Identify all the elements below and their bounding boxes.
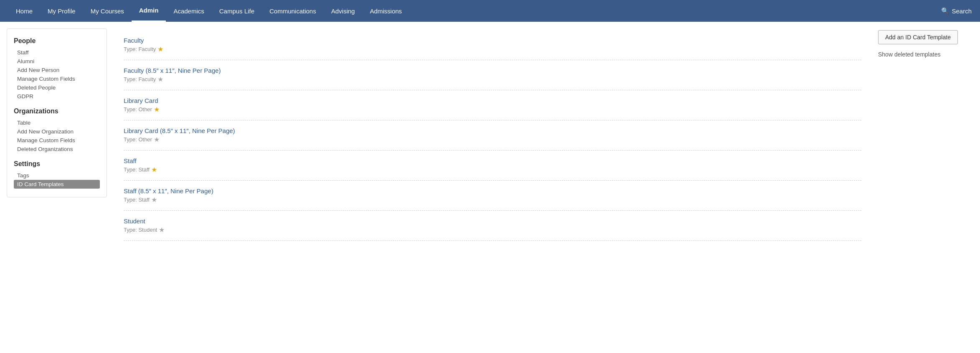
show-deleted-link[interactable]: Show deleted templates [878,51,970,58]
template-type: Type: Faculty★ [124,45,861,53]
main-container: People Staff Alumni Add New Person Manag… [0,22,980,353]
top-navigation: Home My Profile My Courses Admin Academi… [0,0,980,22]
nav-advising[interactable]: Advising [324,1,363,21]
star-icon[interactable]: ★ [154,136,160,143]
template-item: StaffType: Staff★ [124,151,861,181]
template-item: Faculty (8.5″ x 11″, Nine Per Page)Type:… [124,60,861,90]
sidebar-item-staff[interactable]: Staff [14,48,100,57]
sidebar-item-gdpr[interactable]: GDPR [14,92,100,101]
sidebar-item-manage-custom-fields-people[interactable]: Manage Custom Fields [14,74,100,83]
template-type: Type: Student★ [124,226,861,234]
template-name-link[interactable]: Student [124,217,861,225]
add-template-button[interactable]: Add an ID Card Template [878,30,958,44]
template-name-link[interactable]: Faculty [124,37,861,44]
template-type: Type: Faculty★ [124,75,861,83]
star-icon[interactable]: ★ [151,166,157,174]
nav-communications[interactable]: Communications [262,1,324,21]
template-type: Type: Staff★ [124,196,861,204]
nav-academics[interactable]: Academics [166,1,211,21]
nav-campus-life[interactable]: Campus Life [212,1,262,21]
template-type: Type: Staff★ [124,166,861,174]
template-name-link[interactable]: Faculty (8.5″ x 11″, Nine Per Page) [124,67,861,74]
template-item: FacultyType: Faculty★ [124,30,861,60]
template-item: Library Card (8.5″ x 11″, Nine Per Page)… [124,120,861,151]
template-type: Type: Other★ [124,136,861,143]
sidebar-item-id-card-templates[interactable]: ID Card Templates [14,180,100,189]
nav-my-courses[interactable]: My Courses [83,1,132,21]
right-panel: Add an ID Card Template Show deleted tem… [878,30,970,345]
sidebar-item-deleted-people[interactable]: Deleted People [14,83,100,92]
search-icon: 🔍 [941,7,949,15]
search-label: Search [952,8,972,15]
sidebar-item-deleted-organizations[interactable]: Deleted Organizations [14,145,100,153]
template-list: FacultyType: Faculty★Faculty (8.5″ x 11″… [124,30,861,345]
template-item: Library CardType: Other★ [124,90,861,120]
sidebar-section-people: People [14,37,100,45]
sidebar-item-add-new-organization[interactable]: Add New Organization [14,127,100,136]
template-name-link[interactable]: Library Card (8.5″ x 11″, Nine Per Page) [124,127,861,134]
template-item: Staff (8.5″ x 11″, Nine Per Page)Type: S… [124,181,861,211]
template-name-link[interactable]: Staff [124,157,861,164]
sidebar-item-alumni[interactable]: Alumni [14,57,100,66]
nav-home[interactable]: Home [8,1,40,21]
star-icon[interactable]: ★ [157,45,163,53]
sidebar-item-add-new-person[interactable]: Add New Person [14,66,100,74]
star-icon[interactable]: ★ [159,226,165,234]
template-item: StudentType: Student★ [124,211,861,241]
content-area: FacultyType: Faculty★Faculty (8.5″ x 11″… [114,22,980,353]
star-icon[interactable]: ★ [154,105,160,113]
template-name-link[interactable]: Library Card [124,97,861,104]
star-icon[interactable]: ★ [151,196,157,204]
sidebar-section-organizations: Organizations [14,107,100,115]
sidebar-item-table[interactable]: Table [14,118,100,127]
sidebar-section-settings: Settings [14,160,100,168]
sidebar-item-tags[interactable]: Tags [14,171,100,180]
sidebar-item-manage-custom-fields-orgs[interactable]: Manage Custom Fields [14,136,100,145]
nav-my-profile[interactable]: My Profile [40,1,83,21]
star-icon[interactable]: ★ [157,75,163,83]
search-button[interactable]: 🔍 Search [941,7,972,15]
nav-admin[interactable]: Admin [132,0,166,22]
template-name-link[interactable]: Staff (8.5″ x 11″, Nine Per Page) [124,187,861,194]
sidebar: People Staff Alumni Add New Person Manag… [7,28,107,197]
nav-admissions[interactable]: Admissions [362,1,409,21]
template-type: Type: Other★ [124,105,861,113]
